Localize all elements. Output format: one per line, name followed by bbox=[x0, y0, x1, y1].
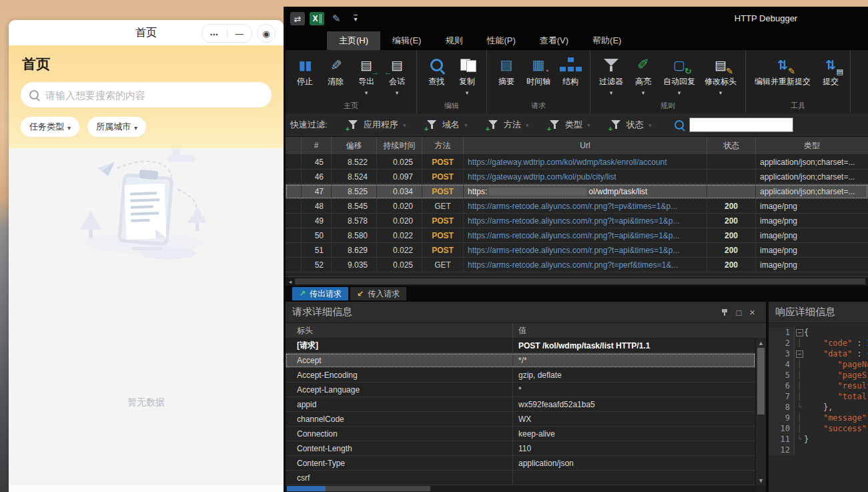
request-row[interactable]: 46 8.524 0.097 POST https://gateway.wdtr… bbox=[286, 170, 868, 184]
quick-filter-dropdown[interactable]: + 类型 bbox=[549, 119, 590, 131]
search-box[interactable] bbox=[21, 82, 272, 107]
request-row[interactable]: 52 9.035 0.025 GET https://arms-retcode.… bbox=[286, 258, 868, 272]
ribbon-button[interactable]: 复制 bbox=[452, 55, 482, 94]
ribbon-button[interactable]: 导出 bbox=[351, 55, 382, 94]
filter-pill[interactable]: 任务类型 bbox=[21, 117, 79, 137]
request-row[interactable]: 50 8.580 0.022 POST https://arms-retcode… bbox=[286, 228, 868, 243]
line-number: 11 bbox=[769, 434, 795, 445]
ribbon-button[interactable]: 摘要 bbox=[491, 55, 522, 94]
ribbon-tab[interactable]: 查看(V) bbox=[528, 31, 580, 50]
header-row[interactable]: Connection keep-alive bbox=[286, 427, 755, 441]
fold-toggle-icon[interactable]: │ bbox=[795, 338, 804, 348]
miniapp-capsule bbox=[201, 24, 276, 43]
header-value bbox=[512, 471, 755, 485]
header-name-column-label[interactable]: 标头 bbox=[286, 325, 512, 336]
maximize-icon[interactable] bbox=[736, 306, 741, 318]
hscroll-thumb[interactable] bbox=[295, 278, 865, 284]
fold-toggle-icon[interactable]: │ bbox=[795, 370, 804, 381]
quick-filter-dropdown[interactable]: + 状态 bbox=[610, 119, 652, 131]
header-row[interactable]: appid wx592feaafd52a1ba5 bbox=[286, 397, 755, 412]
filter-pill[interactable]: 所属城市 bbox=[87, 117, 146, 137]
header-row[interactable]: Accept-Encoding gzip, deflate bbox=[286, 368, 755, 383]
ribbon-tab[interactable]: 性能(P) bbox=[474, 31, 527, 50]
request-table-column-header[interactable]: 状态 bbox=[707, 137, 756, 154]
fold-toggle-icon[interactable]: │ bbox=[795, 381, 804, 391]
fold-toggle-icon[interactable] bbox=[795, 445, 804, 455]
ribbon-button[interactable]: 编辑并重新提交 bbox=[750, 55, 815, 94]
fold-toggle-icon[interactable] bbox=[795, 327, 804, 338]
quick-filter-dropdown[interactable]: + 应用程序 bbox=[348, 119, 406, 131]
header-row[interactable]: channelCode WX bbox=[286, 412, 755, 427]
ribbon-tab-label: 规则 bbox=[445, 35, 462, 47]
request-table-column-header[interactable]: 类型 bbox=[756, 137, 868, 154]
ribbon-button[interactable]: 查找 bbox=[421, 55, 452, 94]
fold-toggle-icon[interactable]: │ bbox=[795, 413, 804, 423]
ribbon-tab[interactable]: 主页(H) bbox=[327, 31, 380, 50]
ribbon-button[interactable]: 时间轴 bbox=[522, 55, 555, 94]
fold-toggle-icon[interactable]: │ bbox=[795, 359, 804, 370]
hscroll-thumb-active[interactable] bbox=[287, 486, 326, 491]
ribbon-tab[interactable]: 编辑(E) bbox=[380, 31, 433, 50]
ribbon-button[interactable]: 修改标头 bbox=[700, 55, 741, 94]
search-input[interactable] bbox=[44, 89, 263, 101]
ribbon-button[interactable]: 提交 bbox=[815, 55, 846, 94]
vscroll-thumb[interactable] bbox=[757, 348, 765, 415]
scroll-up-icon[interactable]: ▲ bbox=[756, 340, 766, 346]
ribbon-group-buttons: 过滤器 高亮 自动回复 bbox=[594, 50, 741, 99]
request-row[interactable]: 47 8.525 0.034 POST https:ol/wdmp/task/l… bbox=[286, 184, 868, 199]
brush-icon[interactable] bbox=[329, 12, 344, 25]
header-row[interactable]: Accept-Language * bbox=[286, 383, 755, 397]
request-table-column-header[interactable]: 方法 bbox=[422, 137, 464, 154]
request-table-column-header[interactable]: 偏移 bbox=[332, 137, 377, 154]
header-row[interactable]: csrf bbox=[286, 471, 755, 485]
header-row[interactable]: Content-Type application/json bbox=[286, 456, 755, 471]
request-table-column-header[interactable]: Url bbox=[464, 137, 707, 154]
fold-toggle-icon[interactable]: └ bbox=[795, 402, 804, 413]
toolbar-dropdown-icon[interactable] bbox=[348, 12, 363, 25]
request-row[interactable]: 45 8.522 0.025 POST https://gateway.wdtr… bbox=[286, 155, 868, 170]
sync-icon[interactable] bbox=[290, 12, 305, 25]
fold-toggle-icon[interactable] bbox=[795, 348, 804, 359]
request-details-vscrollbar[interactable]: ▲ ▼ bbox=[755, 338, 766, 485]
ribbon-tab[interactable]: 帮助(E) bbox=[580, 31, 633, 50]
pin-icon[interactable] bbox=[721, 308, 728, 316]
ribbon-button[interactable]: 会话 bbox=[382, 55, 412, 94]
ribbon-button[interactable]: 自动回复 bbox=[659, 55, 700, 94]
ribbon-button[interactable]: 清除 bbox=[320, 55, 351, 94]
request-table-column-header[interactable] bbox=[286, 137, 302, 154]
minimize-button[interactable] bbox=[228, 27, 252, 39]
quick-filter-dropdown[interactable]: + 域名 bbox=[426, 119, 468, 131]
ribbon: 停止 清除 导出 bbox=[286, 50, 868, 114]
quick-filter-dropdown[interactable]: + 方法 bbox=[488, 119, 529, 131]
request-row[interactable]: 49 8.578 0.020 POST https://arms-retcode… bbox=[286, 214, 868, 228]
scroll-left-icon[interactable]: ◂ bbox=[286, 278, 295, 285]
request-table-column-header[interactable]: # bbox=[302, 137, 332, 154]
header-value: gzip, deflate bbox=[512, 368, 755, 382]
request-row[interactable]: 48 8.545 0.020 GET https://arms-retcode.… bbox=[286, 199, 868, 214]
hscroll-thumb[interactable] bbox=[326, 486, 430, 491]
header-row[interactable]: Accept */* bbox=[286, 353, 755, 368]
record-button[interactable] bbox=[257, 24, 276, 43]
request-details-hscrollbar[interactable] bbox=[286, 485, 755, 492]
header-row[interactable]: [请求] POST /kol/wdmp/task/list HTTP/1.1 bbox=[286, 338, 755, 353]
request-table-hscrollbar[interactable]: ◂ bbox=[286, 277, 868, 286]
scroll-down-icon[interactable]: ▼ bbox=[756, 477, 766, 484]
ribbon-tab[interactable]: 规则 bbox=[433, 31, 474, 50]
traffic-tab[interactable]: 传入请求 bbox=[350, 287, 406, 300]
excel-export-icon[interactable] bbox=[310, 12, 324, 25]
ribbon-button[interactable]: 结构 bbox=[555, 55, 586, 94]
traffic-tab[interactable]: 传出请求 bbox=[292, 287, 348, 300]
quick-filter-search-input[interactable] bbox=[689, 117, 793, 132]
fold-toggle-icon[interactable]: └ bbox=[795, 434, 804, 445]
request-row[interactable]: 51 8.629 0.022 POST https://arms-retcode… bbox=[286, 243, 868, 258]
header-row[interactable]: Content-Length 110 bbox=[286, 441, 755, 456]
fold-toggle-icon[interactable]: │ bbox=[795, 391, 804, 402]
ribbon-button[interactable]: 高亮 bbox=[628, 55, 659, 94]
ribbon-button[interactable]: 过滤器 bbox=[594, 55, 628, 94]
more-button[interactable] bbox=[202, 27, 227, 39]
ribbon-button[interactable]: 停止 bbox=[290, 55, 320, 94]
close-icon[interactable] bbox=[749, 306, 755, 318]
fold-toggle-icon[interactable]: │ bbox=[795, 423, 804, 434]
header-value-column-label[interactable]: 值 bbox=[512, 323, 766, 338]
request-table-column-header[interactable]: 持续时间 bbox=[377, 137, 422, 154]
